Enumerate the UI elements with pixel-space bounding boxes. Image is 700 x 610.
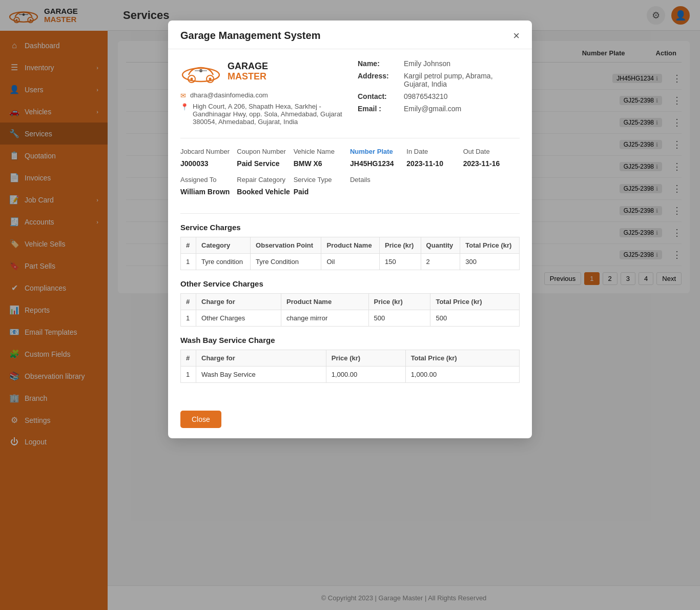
wb-col-charge-for: Charge for [196, 350, 326, 367]
modal-close-button[interactable]: × [513, 30, 520, 42]
jobcard-col9-header: Service Type [294, 176, 350, 184]
company-garage-text: GARAGE [228, 62, 268, 72]
jobcard-val1: J000033 [180, 159, 237, 168]
jobcard-col11-header [406, 176, 463, 184]
modal-overlay: Garage Management System × [0, 0, 700, 610]
jobcard-val8: Booked Vehicle [237, 188, 293, 196]
wash-bay-title: Wash Bay Service Charge [180, 336, 520, 344]
company-logo-area: GARAGE MASTER [180, 59, 342, 84]
wash-bay-row: 1 Wash Bay Service 1,000.00 1,000.00 [181, 367, 520, 383]
sc-col-total: Total Price (kr) [460, 237, 520, 254]
wb-price: 1,000.00 [326, 367, 405, 383]
wb-col-total: Total Price (kr) [405, 350, 519, 367]
modal-body: GARAGE MASTER ✉ dhara@dasinfomedia.com 📍… [168, 49, 532, 402]
modal-close-btn[interactable]: Close [180, 411, 221, 428]
service-charges-table: # Category Observation Point Product Nam… [180, 237, 520, 270]
location-icon: 📍 [180, 103, 189, 111]
jobcard-col4-header: Number Plate [350, 148, 406, 155]
customer-address-row: Address: Kargil petrol pump, Abrama, Guj… [358, 72, 520, 88]
sc-col-qty: Quantity [421, 237, 460, 254]
company-master-text: MASTER [228, 72, 268, 82]
other-charges-title: Other Service Charges [180, 279, 520, 288]
jobcard-val3: BMW X6 [294, 159, 350, 168]
service-charges-title: Service Charges [180, 223, 520, 232]
sc-col-price: Price (kr) [380, 237, 421, 254]
wb-col-num: # [181, 350, 196, 367]
customer-email-row: Email : Emily@gmail.com [358, 105, 520, 113]
jobcard-val6: 2023-11-16 [463, 159, 520, 168]
sc-category: Tyre condition [196, 254, 251, 270]
address-label: Address: [358, 72, 399, 88]
company-info: GARAGE MASTER ✉ dhara@dasinfomedia.com 📍… [180, 59, 342, 129]
jobcard-val4: JH45HG1234 [350, 159, 406, 168]
company-address-item: 📍 High Court, A 206, Shapath Hexa, Sarkh… [180, 103, 342, 126]
customer-info: Name: Emily Johnson Address: Kargil petr… [358, 59, 520, 129]
jobcard-col12-header [463, 176, 520, 184]
jobcard-value-row: J000033 Paid Service BMW X6 JH45HG1234 2… [180, 159, 520, 168]
jobcard-value-row2: William Brown Booked Vehicle Paid [180, 188, 520, 196]
oc-col-num: # [181, 294, 196, 310]
wash-bay-table: # Charge for Price (kr) Total Price (kr)… [180, 350, 520, 383]
sc-col-category: Category [196, 237, 251, 254]
jobcard-val9: Paid [294, 188, 350, 196]
company-email-item: ✉ dhara@dasinfomedia.com [180, 91, 342, 99]
jobcard-col5-header: In Date [406, 148, 463, 155]
sc-total: 300 [460, 254, 520, 270]
email-value: Emily@gmail.com [404, 105, 461, 113]
sc-obs-point: Tyre Condition [251, 254, 321, 270]
customer-contact-row: Contact: 09876543210 [358, 92, 520, 100]
wb-total: 1,000.00 [405, 367, 519, 383]
jobcard-section: Jobcard Number Coupon Number Vehicle Nam… [180, 148, 520, 214]
modal-dialog: Garage Management System × [168, 21, 532, 438]
modal-title: Garage Management System [180, 30, 320, 42]
jobcard-col3-header: Vehicle Name [294, 148, 350, 155]
address-value: Kargil petrol pump, Abrama, Gujarat, Ind… [404, 72, 520, 88]
jobcard-col2-header: Coupon Number [237, 148, 293, 155]
jobcard-val2: Paid Service [237, 159, 293, 168]
oc-price: 500 [368, 310, 430, 327]
sc-num: 1 [181, 254, 196, 270]
jobcard-header-row: Jobcard Number Coupon Number Vehicle Nam… [180, 148, 520, 155]
oc-product: change mirror [281, 310, 369, 327]
service-charges-row: 1 Tyre condition Tyre Condition Oil 150 … [181, 254, 520, 270]
wb-charge-for: Wash Bay Service [196, 367, 326, 383]
sc-col-product: Product Name [321, 237, 380, 254]
sc-price: 150 [380, 254, 421, 270]
contact-value: 09876543210 [404, 92, 448, 100]
company-email: dhara@dasinfomedia.com [190, 91, 268, 99]
wb-col-price: Price (kr) [326, 350, 405, 367]
oc-col-product: Product Name [281, 294, 369, 310]
contact-label: Contact: [358, 92, 399, 100]
sc-qty: 2 [421, 254, 460, 270]
oc-total: 500 [430, 310, 520, 327]
customer-name-row: Name: Emily Johnson [358, 59, 520, 68]
oc-num: 1 [181, 310, 196, 327]
modal-footer: Close [168, 402, 532, 438]
oc-col-price: Price (kr) [368, 294, 430, 310]
oc-col-total: Total Price (kr) [430, 294, 520, 310]
company-address: High Court, A 206, Shapath Hexa, Sarkhej… [193, 103, 342, 126]
name-value: Emily Johnson [404, 59, 450, 68]
envelope-icon: ✉ [180, 92, 186, 99]
jobcard-header-row2: Assigned To Repair Category Service Type… [180, 176, 520, 184]
other-charges-table: # Charge for Product Name Price (kr) Tot… [180, 293, 520, 327]
svg-point-10 [191, 78, 193, 80]
svg-point-11 [209, 78, 212, 80]
modal-header: Garage Management System × [168, 21, 532, 49]
wb-num: 1 [181, 367, 196, 383]
jobcard-val7: William Brown [180, 188, 237, 196]
jobcard-col7-header: Assigned To [180, 176, 237, 184]
jobcard-col8-header: Repair Category [237, 176, 293, 184]
jobcard-val5: 2023-11-10 [406, 159, 463, 168]
other-charges-row: 1 Other Charges change mirror 500 500 [181, 310, 520, 327]
jobcard-val12 [463, 188, 520, 196]
jobcard-val11 [406, 188, 463, 196]
email-label: Email : [358, 105, 399, 113]
sc-col-num: # [181, 237, 196, 254]
jobcard-col10-header: Details [350, 176, 406, 184]
sc-col-obs: Observation Point [251, 237, 321, 254]
oc-col-charge-for: Charge for [196, 294, 281, 310]
oc-charge-for: Other Charges [196, 310, 281, 327]
company-name: GARAGE MASTER [228, 62, 268, 82]
company-logo-svg [180, 59, 221, 84]
